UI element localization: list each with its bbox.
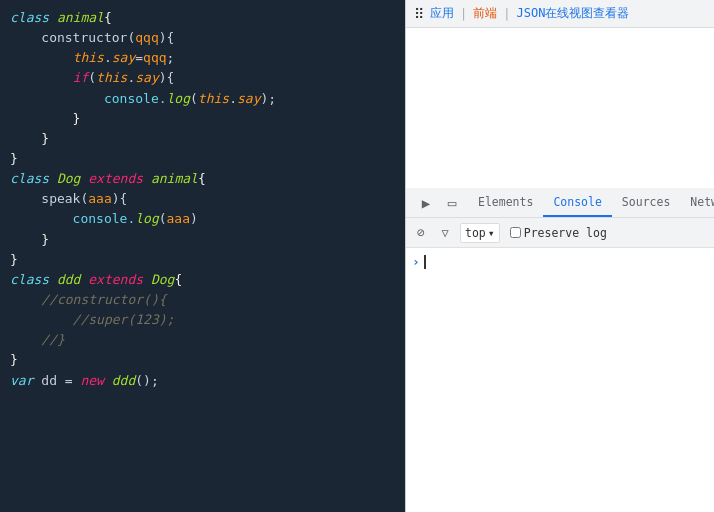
- code-line: //}: [10, 330, 395, 350]
- code-line: constructor(qqq){: [10, 28, 395, 48]
- device-toolbar-icon[interactable]: ▭: [442, 193, 462, 213]
- code-line: }: [10, 230, 395, 250]
- inspect-element-icon[interactable]: ▶: [416, 193, 436, 213]
- code-line: if(this.say){: [10, 68, 395, 88]
- preserve-log-checkbox[interactable]: [510, 227, 521, 238]
- code-line: }: [10, 350, 395, 370]
- code-line: class animal{: [10, 8, 395, 28]
- code-line: console.log(this.say);: [10, 89, 395, 109]
- apps-icon: ⠿: [414, 6, 424, 22]
- console-toolbar: ⊘ ▽ top ▾ Preserve log: [406, 218, 714, 248]
- code-line: }: [10, 129, 395, 149]
- code-line: }: [10, 250, 395, 270]
- clear-console-button[interactable]: ⊘: [412, 224, 430, 242]
- code-line: //super(123);: [10, 310, 395, 330]
- apps-label: 应用: [430, 5, 454, 22]
- webpage-content-area: [406, 28, 714, 188]
- code-line: class ddd extends Dog{: [10, 270, 395, 290]
- tab-console[interactable]: Console: [543, 189, 611, 217]
- context-dropdown[interactable]: top ▾: [460, 223, 500, 243]
- code-line: class Dog extends animal{: [10, 169, 395, 189]
- front-label: 前端: [473, 5, 497, 22]
- prompt-arrow: ›: [412, 254, 420, 269]
- preserve-log-area: Preserve log: [510, 226, 607, 240]
- json-label: JSON在线视图查看器: [516, 5, 629, 22]
- tab-sources[interactable]: Sources: [612, 189, 680, 217]
- context-label: top: [465, 226, 486, 240]
- tab-network[interactable]: Network: [680, 189, 714, 217]
- code-line: this.say=qqq;: [10, 48, 395, 68]
- devtools-icon-area: ▶ ▭: [410, 189, 468, 217]
- code-line: var dd = new ddd();: [10, 371, 395, 391]
- code-line: //constructor(){: [10, 290, 395, 310]
- separator2: |: [503, 7, 510, 21]
- code-line: }: [10, 109, 395, 129]
- code-line: }: [10, 149, 395, 169]
- code-line: console.log(aaa): [10, 209, 395, 229]
- console-cursor: [424, 255, 426, 269]
- devtools-tab-bar: ▶ ▭ Elements Console Sources Network: [406, 188, 714, 218]
- devtools-panel: ⠿ 应用 | 前端 | JSON在线视图查看器 ▶ ▭ Elements Con…: [405, 0, 714, 512]
- console-prompt-line: ›: [412, 252, 708, 271]
- code-editor: class animal{ constructor(qqq){ this.say…: [0, 0, 405, 512]
- code-line: speak(aaa){: [10, 189, 395, 209]
- bookmarks-bar: ⠿ 应用 | 前端 | JSON在线视图查看器: [406, 0, 714, 28]
- preserve-log-label: Preserve log: [524, 226, 607, 240]
- separator: |: [460, 7, 467, 21]
- dropdown-arrow: ▾: [488, 226, 495, 240]
- tab-elements[interactable]: Elements: [468, 189, 543, 217]
- console-output: ›: [406, 248, 714, 512]
- filter-icon[interactable]: ▽: [436, 224, 454, 242]
